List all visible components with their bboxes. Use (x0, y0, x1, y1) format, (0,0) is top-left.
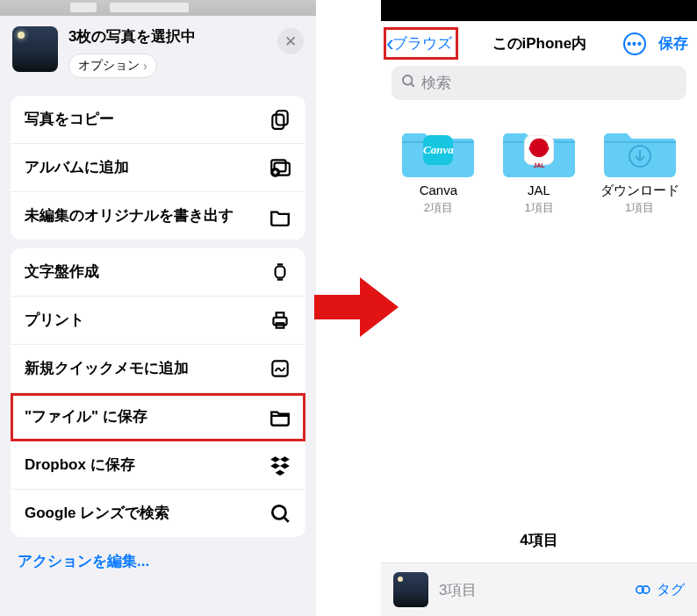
share-sheet-panel: 3枚の写真を選択中 オプション › ✕ 写真をコピー アルバムに追加 (0, 0, 316, 616)
selection-thumbnail[interactable] (393, 572, 428, 607)
close-icon: ✕ (284, 32, 297, 51)
tag-button[interactable]: タグ (636, 581, 685, 599)
folder-canva[interactable]: Canva Canva 2項目 (397, 121, 480, 216)
nav-bar: ‹ ブラウズ このiPhone内 ••• 保存 (381, 21, 697, 64)
printer-icon (269, 309, 291, 332)
svg-rect-1 (272, 115, 284, 129)
back-button[interactable]: ‹ ブラウズ (386, 30, 456, 57)
action-group: 文字盤作成 プリント 新規クイックメモに追加 "ファイル" に保存 (11, 248, 305, 537)
chevron-right-icon: › (143, 59, 147, 73)
svg-rect-5 (276, 267, 285, 278)
background-strip (0, 0, 316, 16)
svg-rect-7 (277, 312, 284, 317)
share-title: 3枚の写真を選択中 (68, 26, 267, 47)
action-group: 写真をコピー アルバムに追加 未編集のオリジナルを書き出す (11, 96, 305, 240)
edit-actions-link[interactable]: アクションを編集... (0, 537, 316, 580)
watch-icon (269, 261, 291, 283)
folder-icon: JAL (503, 121, 575, 177)
action-copy-photos[interactable]: 写真をコピー (11, 96, 305, 144)
selected-photo-thumbnail (12, 26, 58, 72)
options-label: オプション (78, 58, 140, 74)
folder-downloads[interactable]: ダウンロード 1項目 (598, 121, 681, 216)
search-icon (269, 502, 291, 525)
ellipsis-icon: ••• (627, 37, 643, 51)
quicknote-icon (269, 357, 291, 380)
action-save-to-files[interactable]: "ファイル" に保存 (11, 393, 305, 441)
back-label: ブラウズ (392, 33, 452, 54)
svg-point-11 (403, 75, 413, 85)
item-total: 4項目 (381, 518, 697, 562)
action-google-lens[interactable]: Google レンズで検索 (11, 490, 305, 537)
folder-icon (269, 405, 291, 428)
add-album-icon (269, 156, 291, 179)
search-input[interactable]: 検索 (392, 66, 686, 100)
app-badge (524, 135, 554, 165)
search-icon (400, 73, 416, 93)
folder-grid: Canva Canva 2項目 JAL JAL 1項目 (381, 107, 697, 216)
action-add-to-album[interactable]: アルバムに追加 (11, 144, 305, 192)
folder-jal[interactable]: JAL JAL 1項目 (498, 121, 581, 216)
action-save-to-dropbox[interactable]: Dropbox に保存 (11, 441, 305, 490)
action-print[interactable]: プリント (11, 297, 305, 345)
search-placeholder: 検索 (421, 73, 451, 93)
selection-count: 3項目 (439, 580, 625, 600)
export-folder-icon (269, 204, 291, 227)
more-button[interactable]: ••• (623, 32, 646, 55)
files-app-panel: ‹ ブラウズ このiPhone内 ••• 保存 検索 Canva Canva (381, 0, 697, 616)
bottom-bar: 3項目 タグ (381, 562, 697, 616)
svg-point-10 (272, 505, 285, 519)
close-button[interactable]: ✕ (277, 28, 304, 54)
action-create-watchface[interactable]: 文字盤作成 (11, 248, 305, 297)
dropbox-icon (269, 454, 291, 476)
arrow-annotation (314, 272, 399, 342)
action-export-original[interactable]: 未編集のオリジナルを書き出す (11, 192, 305, 240)
save-button[interactable]: 保存 (658, 33, 688, 54)
svg-rect-0 (277, 111, 288, 125)
copy-icon (269, 108, 291, 131)
folder-icon: Canva (402, 121, 474, 177)
location-title: このiPhone内 (461, 33, 618, 54)
options-button[interactable]: オプション › (68, 54, 157, 78)
app-badge: Canva (423, 135, 453, 165)
folder-icon (604, 121, 676, 177)
action-add-quicknote[interactable]: 新規クイックメモに追加 (11, 345, 305, 393)
status-bar (381, 0, 697, 21)
